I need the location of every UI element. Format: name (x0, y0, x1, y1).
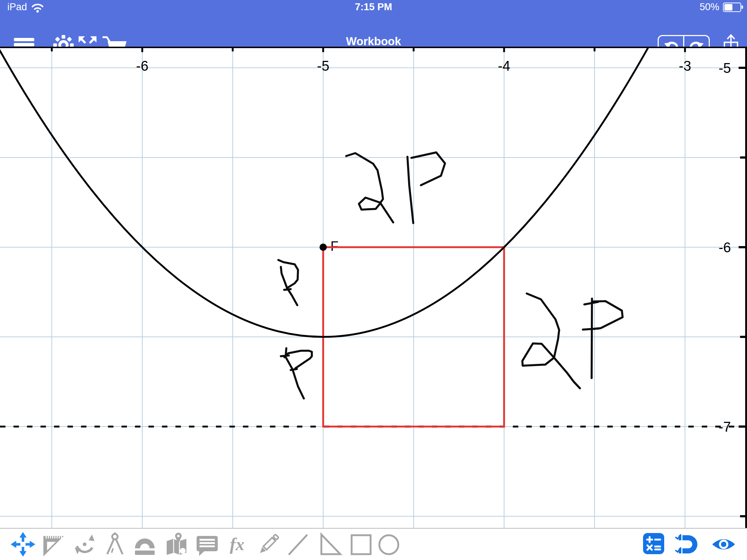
triangle-tool-button[interactable] (317, 532, 342, 557)
line-tool-button[interactable] (286, 532, 311, 557)
calculator-button[interactable] (641, 532, 666, 557)
ink-strokes[interactable] (278, 152, 623, 398)
status-bar: iPad 7:15 PM 50% (0, 0, 747, 15)
y-tick-label: -5 (719, 61, 731, 76)
map-tool-button[interactable] (164, 532, 189, 557)
rectangle-tool-button[interactable] (348, 532, 374, 557)
title-bar: Workbook (0, 15, 747, 47)
circle-tool-button[interactable] (376, 532, 402, 557)
ink-annotation-2p-top[interactable] (346, 152, 445, 223)
fx-icon: fx (230, 532, 244, 557)
focus-point[interactable] (320, 244, 327, 251)
comment-tool-button[interactable] (194, 532, 220, 557)
move-tool-button[interactable] (10, 532, 36, 557)
x-tick-label: -3 (679, 58, 691, 74)
clock: 7:15 PM (0, 1, 747, 13)
parabola-curve[interactable] (0, 47, 654, 337)
y-tick-label: -7 (719, 419, 731, 435)
visibility-eye-button[interactable] (711, 532, 736, 557)
compass-tool-button[interactable] (102, 532, 128, 557)
ink-annotation-p-below[interactable] (281, 348, 312, 398)
rotate-tool-button[interactable] (72, 532, 97, 557)
function-tool-button[interactable]: fx (224, 532, 250, 557)
graph-svg: -6 -5 -4 -3 -5 -6 -7 F (0, 47, 747, 528)
y-tick-label: -6 (719, 240, 731, 255)
page-title: Workbook (0, 35, 747, 48)
protractor-tool-button[interactable] (132, 532, 158, 557)
snap-magnet-button[interactable] (675, 532, 701, 557)
gridlines (0, 47, 747, 528)
battery-icon (723, 3, 741, 12)
x-tick-label: -5 (317, 58, 329, 74)
bottom-toolbar: fx (0, 528, 747, 560)
ipad-screen: iPad 7:15 PM 50% (0, 0, 747, 560)
app-header: iPad 7:15 PM 50% (0, 0, 747, 47)
x-tick-label: -4 (498, 58, 510, 74)
y-axis (739, 47, 747, 528)
x-tick-label: -6 (136, 58, 148, 74)
battery-percent: 50% (700, 1, 719, 13)
pencil-tool-button[interactable] (256, 532, 281, 557)
ink-annotation-2p-right[interactable] (522, 293, 623, 388)
ink-annotation-p-left[interactable] (278, 260, 298, 305)
set-square-tool-button[interactable] (40, 532, 66, 557)
x-axis (0, 47, 747, 52)
graph-canvas[interactable]: -6 -5 -4 -3 -5 -6 -7 F (0, 47, 747, 528)
